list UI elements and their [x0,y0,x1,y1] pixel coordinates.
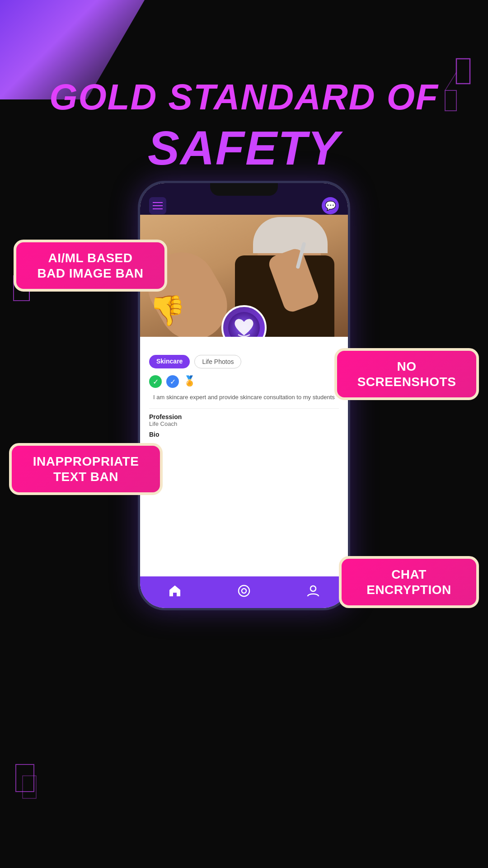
bio-text: I am skincare expert and provide skincar… [149,393,339,401]
tab-life-photos[interactable]: Life Photos [194,355,241,368]
svg-point-10 [310,586,316,591]
svg-point-9 [242,589,246,593]
hamburger-menu-icon[interactable] [149,197,166,214]
chat-bubble-glyph: 💬 [325,200,336,211]
verified-badges: ✓ ✓ 🏅 [149,375,339,388]
nav-explore-icon[interactable] [237,584,251,601]
badge-ai-ml: AI/ML BASEDBAD IMAGE BAN [14,240,167,292]
phone-side-button-right1 [348,264,350,292]
profile-content: Skincare Life Photos ✓ ✓ 🏅 I am skincare… [140,337,348,447]
badge-no-screenshots: NOSCREENSHOTS [334,348,479,400]
profile-tabs: Skincare Life Photos [149,355,339,368]
tab-skincare[interactable]: Skincare [149,355,190,368]
phone-side-button-right2 [348,301,350,337]
main-title: GOLD STANDARD OF SAFETY [0,79,488,172]
deco-lines-bottom-left [14,762,59,809]
chat-icon[interactable]: 💬 [322,197,339,214]
bio-section-label: Bio [149,431,339,438]
svg-point-8 [239,585,249,596]
profession-value: Life Coach [149,420,339,427]
badge-chat-encryption-text: CHATENCRYPTION [366,567,451,597]
title-line2: SAFETY [0,124,488,172]
hamburger-line-3 [153,208,163,209]
title-line1: GOLD STANDARD OF [0,79,488,115]
badge-award: 🏅 [183,375,196,388]
badge-verified-green: ✓ [149,375,162,388]
badge-inappropriate-text-label: INAPPROPRIATETEXT BAN [33,454,139,484]
nav-home-icon[interactable] [168,584,182,601]
profile-image-area: 👎 [140,215,348,337]
badge-no-screenshots-text: NOSCREENSHOTS [357,359,456,389]
phone-notch [210,183,278,196]
svg-rect-5 [16,764,34,792]
hamburger-line-2 [153,205,163,206]
phone-mockup: 💬 [138,181,350,610]
thumbs-down-sticker: 👎 [149,293,186,328]
badge-verified-blue: ✓ [166,375,179,388]
badge-ai-ml-text: AI/ML BASEDBAD IMAGE BAN [37,250,143,281]
nav-profile-icon[interactable] [306,584,320,601]
phone-bottom-nav [140,576,348,608]
divider-1 [149,408,339,409]
phone-frame: 💬 [138,181,350,610]
profession-field: Profession Life Coach [149,413,339,427]
badge-chat-encryption: CHATENCRYPTION [339,556,479,608]
phone-screen: 💬 [140,183,348,608]
hamburger-line-1 [153,202,163,203]
badge-inappropriate-text: INAPPROPRIATETEXT BAN [9,443,163,495]
profession-label: Profession [149,413,339,420]
